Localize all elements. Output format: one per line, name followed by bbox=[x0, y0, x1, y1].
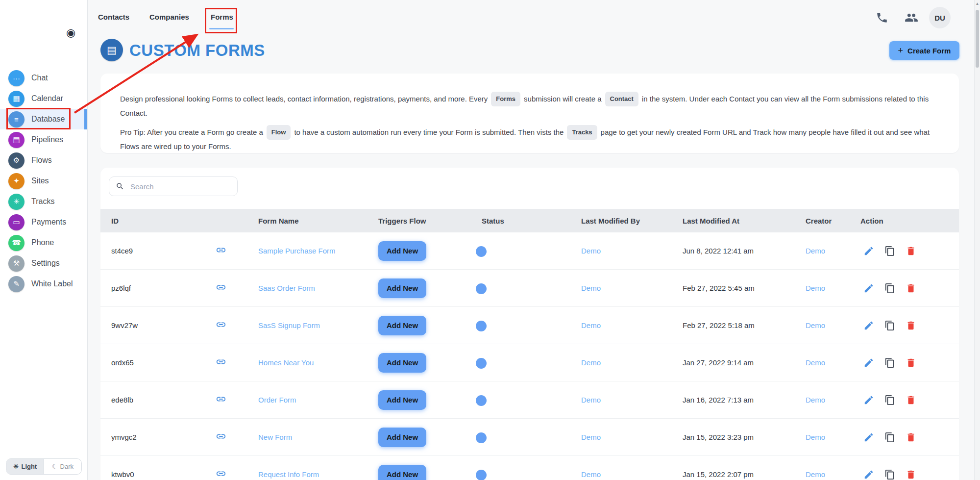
pipelines-icon: ▤ bbox=[8, 132, 24, 148]
edit-icon[interactable] bbox=[863, 246, 874, 256]
create-form-button[interactable]: + Create Form bbox=[889, 41, 959, 60]
form-name-link[interactable]: Homes Near You bbox=[247, 358, 368, 367]
sun-icon: ☀ bbox=[13, 463, 19, 470]
modified-at: Feb 27, 2022 5:45 am bbox=[672, 284, 795, 292]
copy-icon[interactable] bbox=[884, 357, 895, 368]
scrollbar-thumb[interactable] bbox=[976, 10, 979, 68]
active-tab-underline bbox=[209, 28, 234, 29]
form-name-link[interactable]: SasS Signup Form bbox=[247, 321, 368, 329]
col-status: Status bbox=[471, 217, 570, 225]
sidebar-item-phone[interactable]: ☎ Phone bbox=[0, 232, 87, 253]
table-row: ede8lb Order Form Add New Demo Jan 16, 2… bbox=[100, 381, 959, 419]
form-id: 9wv27w bbox=[100, 321, 206, 329]
form-link-icon[interactable] bbox=[216, 282, 247, 295]
chat-icon: ··· bbox=[8, 70, 24, 86]
copy-icon[interactable] bbox=[884, 320, 895, 331]
form-link-icon[interactable] bbox=[216, 468, 247, 480]
form-name-link[interactable]: Saas Order Form bbox=[247, 284, 368, 292]
delete-icon[interactable] bbox=[906, 320, 916, 331]
sidebar-item-tracks[interactable]: ✳ Tracks bbox=[0, 191, 87, 212]
creator-link[interactable]: Demo bbox=[795, 247, 850, 255]
table-body: st4ce9 Sample Purchase Form Add New Demo… bbox=[100, 232, 959, 480]
modified-by-link[interactable]: Demo bbox=[570, 470, 672, 479]
light-mode-button[interactable]: ☀ Light bbox=[6, 459, 44, 474]
creator-link[interactable]: Demo bbox=[795, 284, 850, 292]
scrollbar-up-arrow[interactable]: ▲ bbox=[975, 1, 980, 6]
sidebar-item-database[interactable]: ≡ Database bbox=[0, 109, 87, 129]
phone-call-icon[interactable] bbox=[876, 11, 888, 26]
form-link-icon[interactable] bbox=[216, 356, 247, 369]
sidebar-collapse-icon[interactable]: ◉ bbox=[66, 27, 75, 38]
copy-icon[interactable] bbox=[884, 283, 895, 294]
form-id: ordx65 bbox=[100, 358, 206, 367]
edit-icon[interactable] bbox=[863, 395, 874, 405]
modified-at: Jan 16, 2022 7:13 am bbox=[672, 396, 795, 404]
theme-toggle: ☀ Light ☾ Dark bbox=[6, 458, 82, 475]
modified-at: Jun 8, 2022 12:41 am bbox=[672, 247, 795, 255]
sidebar-item-flows[interactable]: ⚙ Flows bbox=[0, 150, 87, 171]
edit-icon[interactable] bbox=[863, 283, 874, 294]
user-avatar[interactable]: DU bbox=[929, 7, 951, 28]
dark-mode-button[interactable]: ☾ Dark bbox=[44, 459, 81, 474]
creator-link[interactable]: Demo bbox=[795, 358, 850, 367]
form-link-icon[interactable] bbox=[216, 245, 247, 257]
copy-icon[interactable] bbox=[884, 395, 895, 405]
search-icon bbox=[116, 182, 124, 191]
sidebar-item-white-label[interactable]: ✎ White Label bbox=[0, 274, 87, 294]
sidebar-item-sites[interactable]: ✦ Sites bbox=[0, 171, 87, 191]
sidebar-item-payments[interactable]: ▭ Payments bbox=[0, 212, 87, 232]
delete-icon[interactable] bbox=[906, 357, 916, 368]
modified-by-link[interactable]: Demo bbox=[570, 284, 672, 292]
modified-by-link[interactable]: Demo bbox=[570, 433, 672, 441]
delete-icon[interactable] bbox=[906, 469, 916, 480]
add-new-flow-button[interactable]: Add New bbox=[378, 241, 426, 261]
table-row: ymvgc2 New Form Add New Demo Jan 15, 202… bbox=[100, 419, 959, 456]
modified-by-link[interactable]: Demo bbox=[570, 247, 672, 255]
modified-by-link[interactable]: Demo bbox=[570, 321, 672, 329]
form-link-icon[interactable] bbox=[216, 319, 247, 332]
edit-icon[interactable] bbox=[863, 432, 874, 443]
creator-link[interactable]: Demo bbox=[795, 396, 850, 404]
sidebar-item-settings[interactable]: ⚒ Settings bbox=[0, 253, 87, 274]
copy-icon[interactable] bbox=[884, 432, 895, 443]
creator-link[interactable]: Demo bbox=[795, 321, 850, 329]
copy-icon[interactable] bbox=[884, 246, 895, 256]
form-id: ede8lb bbox=[100, 396, 206, 404]
delete-icon[interactable] bbox=[906, 246, 916, 256]
delete-icon[interactable] bbox=[906, 283, 916, 294]
tab-companies[interactable]: Companies bbox=[149, 13, 189, 21]
creator-link[interactable]: Demo bbox=[795, 433, 850, 441]
sidebar-item-calendar[interactable]: ▦ Calendar bbox=[0, 88, 87, 109]
tab-forms[interactable]: Forms bbox=[211, 13, 233, 21]
copy-icon[interactable] bbox=[884, 469, 895, 480]
form-link-icon[interactable] bbox=[216, 431, 247, 444]
page-title: CUSTOM FORMS bbox=[129, 41, 265, 60]
add-new-flow-button[interactable]: Add New bbox=[378, 390, 426, 410]
modified-by-link[interactable]: Demo bbox=[570, 358, 672, 367]
delete-icon[interactable] bbox=[906, 432, 916, 443]
add-new-flow-button[interactable]: Add New bbox=[378, 428, 426, 447]
edit-icon[interactable] bbox=[863, 357, 874, 368]
sidebar-item-chat[interactable]: ··· Chat bbox=[0, 68, 87, 88]
form-id: st4ce9 bbox=[100, 247, 206, 255]
modified-by-link[interactable]: Demo bbox=[570, 396, 672, 404]
add-new-flow-button[interactable]: Add New bbox=[378, 278, 426, 298]
edit-icon[interactable] bbox=[863, 469, 874, 480]
tab-contacts[interactable]: Contacts bbox=[98, 13, 129, 21]
sidebar-item-pipelines[interactable]: ▤ Pipelines bbox=[0, 129, 87, 150]
form-name-link[interactable]: Sample Purchase Form bbox=[247, 247, 368, 255]
search-input[interactable] bbox=[129, 182, 224, 191]
table-row: ordx65 Homes Near You Add New Demo Jan 2… bbox=[100, 344, 959, 381]
form-name-link[interactable]: Request Info Form bbox=[247, 470, 368, 479]
add-new-flow-button[interactable]: Add New bbox=[378, 353, 426, 373]
add-new-flow-button[interactable]: Add New bbox=[378, 316, 426, 335]
edit-icon[interactable] bbox=[863, 320, 874, 331]
creator-link[interactable]: Demo bbox=[795, 470, 850, 479]
form-name-link[interactable]: New Form bbox=[247, 433, 368, 441]
flow-badge: Flow bbox=[267, 125, 291, 140]
contacts-users-icon[interactable] bbox=[905, 11, 918, 26]
form-link-icon[interactable] bbox=[216, 394, 247, 406]
delete-icon[interactable] bbox=[906, 395, 916, 405]
form-name-link[interactable]: Order Form bbox=[247, 396, 368, 404]
add-new-flow-button[interactable]: Add New bbox=[378, 465, 426, 480]
